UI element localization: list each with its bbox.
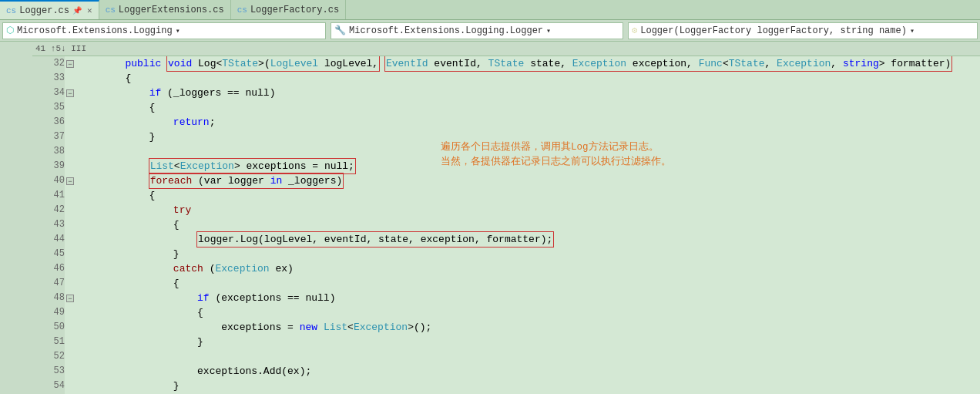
code-42: try (77, 203, 980, 217)
code-49: { (77, 305, 980, 320)
line-num-40: 40 (32, 173, 65, 188)
tab-icon-logger: cs (6, 6, 16, 15)
line-num-35: 35 (32, 100, 65, 115)
code-48: if (exceptions == null) (77, 291, 980, 305)
namespace-icon: ⬡ (6, 25, 14, 36)
class-arrow-icon: ▾ (546, 26, 551, 35)
collapse-33 (65, 71, 77, 86)
code-47: { (77, 276, 980, 291)
outline-list: List<Exception> exceptions = null; (149, 159, 355, 173)
method-dropdown[interactable]: ⚙ Logger(LoggerFactory loggerFactory, st… (628, 22, 978, 39)
toolbar-row: ⬡ Microsoft.Extensions.Logging ▾ 🔧 Micro… (0, 20, 980, 42)
table-row: 38 (32, 144, 980, 159)
table-row: 52 (32, 349, 980, 364)
tab-pin-icon: 📌 (72, 6, 82, 15)
table-row: 41 { (32, 188, 980, 203)
line-number-gutter (0, 42, 32, 394)
line-num-47: 47 (32, 276, 65, 291)
tab-logger-factory[interactable]: cs LoggerFactory.cs (231, 0, 346, 19)
outline-void: void Log<TState>(LogLevel logLevel, (167, 56, 379, 71)
tab-logger-cs[interactable]: cs Logger.cs 📌 ✕ (0, 0, 99, 19)
table-row: 54 } (32, 379, 980, 393)
code-37: } (77, 130, 980, 144)
collapse-48[interactable]: − (65, 291, 77, 305)
code-38 (77, 144, 980, 159)
code-50: exceptions = new List<Exception>(); (77, 320, 980, 335)
tab-label-extensions: LoggerExtensions.cs (119, 5, 224, 15)
table-row: 50 exceptions = new List<Exception>(); (32, 320, 980, 335)
table-row: 34 − if (_loggers == null) (32, 86, 980, 100)
table-row: 40 − foreach (var logger in _loggers) (32, 173, 980, 188)
table-row: 33 { (32, 71, 980, 86)
table-row: 39 List<Exception> exceptions = null; (32, 159, 980, 173)
table-row: 45 } (32, 247, 980, 261)
collapse-34[interactable]: − (65, 86, 77, 100)
outline-logger-log: logger.Log(logLevel, eventId, state, exc… (197, 232, 553, 247)
code-54: } (77, 379, 980, 393)
namespace-label: Microsoft.Extensions.Logging (17, 25, 173, 36)
class-icon: 🔧 (334, 25, 346, 36)
line-num-49: 49 (32, 305, 65, 320)
line-num-39: 39 (32, 159, 65, 173)
table-row: 43 { (32, 217, 980, 232)
table-row: 44 logger.Log(logLevel, eventId, state, … (32, 232, 980, 247)
table-row: 35 { (32, 100, 980, 115)
tab-icon-extensions: cs (106, 5, 116, 15)
collapse-32[interactable]: − (65, 56, 77, 71)
code-44: logger.Log(logLevel, eventId, state, exc… (77, 232, 980, 247)
table-row: 53 exceptions.Add(ex); (32, 364, 980, 379)
collapse-40[interactable]: − (65, 173, 77, 188)
namespace-dropdown[interactable]: ⬡ Microsoft.Extensions.Logging ▾ (2, 22, 326, 39)
outline-params: EventId eventId, TState state, Exception… (385, 56, 951, 71)
method-label: Logger(LoggerFactory loggerFactory, stri… (640, 25, 907, 36)
tab-label-logger: Logger.cs (19, 5, 69, 16)
code-40: foreach (var logger in _loggers) (77, 173, 980, 188)
tab-close-logger[interactable]: ✕ (87, 5, 92, 15)
tab-bar: cs Logger.cs 📌 ✕ cs LoggerExtensions.cs … (0, 0, 980, 20)
line-num-38: 38 (32, 144, 65, 159)
tab-logger-extensions[interactable]: cs LoggerExtensions.cs (99, 0, 231, 19)
line-num-42: 42 (32, 203, 65, 217)
code-table: 32 − public void Log<TState>(LogLevel lo… (32, 56, 980, 394)
table-row: 36 return; (32, 115, 980, 130)
table-row: 42 try (32, 203, 980, 217)
code-area: 41 ↑5↓ III 32 − public void Log<TState>(… (0, 42, 980, 394)
editor-container: cs Logger.cs 📌 ✕ cs LoggerExtensions.cs … (0, 0, 980, 394)
code-32: public void Log<TState>(LogLevel logLeve… (77, 56, 980, 71)
line-num-50: 50 (32, 320, 65, 335)
position-indicator: 41 ↑5↓ III (32, 42, 980, 56)
code-46: catch (Exception ex) (77, 261, 980, 276)
code-52 (77, 349, 980, 364)
line-num-54: 54 (32, 379, 65, 393)
code-scroll-area[interactable]: 41 ↑5↓ III 32 − public void Log<TState>(… (32, 42, 980, 394)
method-arrow-icon: ▾ (910, 26, 915, 35)
line-num-37: 37 (32, 130, 65, 144)
line-num-46: 46 (32, 261, 65, 276)
line-num-48: 48 (32, 291, 65, 305)
table-row: 51 } (32, 335, 980, 349)
method-icon: ⚙ (632, 25, 637, 36)
line-num-51: 51 (32, 335, 65, 349)
code-33: { (77, 71, 980, 86)
table-row: 47 { (32, 276, 980, 291)
table-row: 32 − public void Log<TState>(LogLevel lo… (32, 56, 980, 71)
code-45: } (77, 247, 980, 261)
class-dropdown[interactable]: 🔧 Microsoft.Extensions.Logging.Logger ▾ (331, 22, 623, 39)
outline-foreach: foreach (var logger in _loggers) (149, 173, 344, 188)
code-39: List<Exception> exceptions = null; (77, 159, 980, 173)
line-num-53: 53 (32, 364, 65, 379)
line-num-52: 52 (32, 349, 65, 364)
breadcrumb-text: 41 ↑5↓ III (35, 44, 86, 53)
code-51: } (77, 335, 980, 349)
code-36: return; (77, 115, 980, 130)
line-num-33: 33 (32, 71, 65, 86)
line-num-44: 44 (32, 232, 65, 247)
tab-icon-factory: cs (237, 5, 247, 15)
line-num-43: 43 (32, 217, 65, 232)
namespace-arrow-icon: ▾ (176, 26, 180, 35)
line-num-36: 36 (32, 115, 65, 130)
code-35: { (77, 100, 980, 115)
table-row: 48 − if (exceptions == null) (32, 291, 980, 305)
class-label: Microsoft.Extensions.Logging.Logger (349, 25, 543, 36)
tab-label-factory: LoggerFactory.cs (250, 5, 339, 15)
